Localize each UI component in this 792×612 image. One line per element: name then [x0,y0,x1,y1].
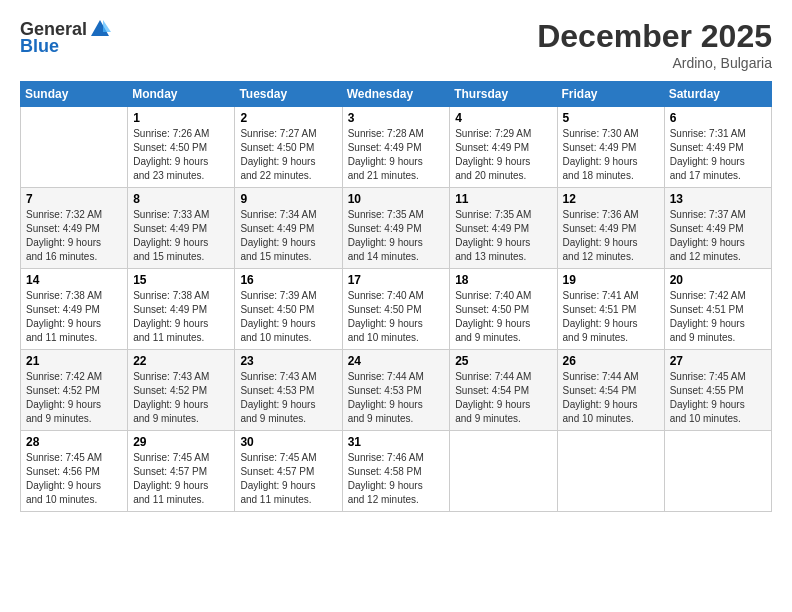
day-number: 10 [348,192,445,206]
day-number: 22 [133,354,229,368]
day-number: 17 [348,273,445,287]
day-info: Sunrise: 7:42 AMSunset: 4:51 PMDaylight:… [670,289,766,345]
calendar-week-row: 28Sunrise: 7:45 AMSunset: 4:56 PMDayligh… [21,431,772,512]
calendar-week-row: 1Sunrise: 7:26 AMSunset: 4:50 PMDaylight… [21,107,772,188]
day-number: 2 [240,111,336,125]
day-number: 4 [455,111,551,125]
calendar-week-row: 14Sunrise: 7:38 AMSunset: 4:49 PMDayligh… [21,269,772,350]
day-info: Sunrise: 7:40 AMSunset: 4:50 PMDaylight:… [455,289,551,345]
day-number: 30 [240,435,336,449]
table-row: 28Sunrise: 7:45 AMSunset: 4:56 PMDayligh… [21,431,128,512]
table-row: 25Sunrise: 7:44 AMSunset: 4:54 PMDayligh… [450,350,557,431]
table-row: 20Sunrise: 7:42 AMSunset: 4:51 PMDayligh… [664,269,771,350]
logo-icon [89,18,111,40]
day-info: Sunrise: 7:36 AMSunset: 4:49 PMDaylight:… [563,208,659,264]
table-row [557,431,664,512]
col-sunday: Sunday [21,82,128,107]
table-row: 24Sunrise: 7:44 AMSunset: 4:53 PMDayligh… [342,350,450,431]
day-info: Sunrise: 7:32 AMSunset: 4:49 PMDaylight:… [26,208,122,264]
table-row: 4Sunrise: 7:29 AMSunset: 4:49 PMDaylight… [450,107,557,188]
col-tuesday: Tuesday [235,82,342,107]
day-number: 26 [563,354,659,368]
day-number: 16 [240,273,336,287]
day-info: Sunrise: 7:45 AMSunset: 4:56 PMDaylight:… [26,451,122,507]
calendar-header-row: Sunday Monday Tuesday Wednesday Thursday… [21,82,772,107]
day-info: Sunrise: 7:44 AMSunset: 4:54 PMDaylight:… [563,370,659,426]
day-info: Sunrise: 7:34 AMSunset: 4:49 PMDaylight:… [240,208,336,264]
day-info: Sunrise: 7:42 AMSunset: 4:52 PMDaylight:… [26,370,122,426]
table-row: 12Sunrise: 7:36 AMSunset: 4:49 PMDayligh… [557,188,664,269]
day-info: Sunrise: 7:30 AMSunset: 4:49 PMDaylight:… [563,127,659,183]
day-info: Sunrise: 7:41 AMSunset: 4:51 PMDaylight:… [563,289,659,345]
table-row: 19Sunrise: 7:41 AMSunset: 4:51 PMDayligh… [557,269,664,350]
day-info: Sunrise: 7:31 AMSunset: 4:49 PMDaylight:… [670,127,766,183]
day-number: 15 [133,273,229,287]
day-info: Sunrise: 7:45 AMSunset: 4:55 PMDaylight:… [670,370,766,426]
day-info: Sunrise: 7:44 AMSunset: 4:53 PMDaylight:… [348,370,445,426]
day-info: Sunrise: 7:33 AMSunset: 4:49 PMDaylight:… [133,208,229,264]
day-info: Sunrise: 7:43 AMSunset: 4:52 PMDaylight:… [133,370,229,426]
day-number: 6 [670,111,766,125]
title-block: December 2025 Ardino, Bulgaria [537,18,772,71]
table-row: 16Sunrise: 7:39 AMSunset: 4:50 PMDayligh… [235,269,342,350]
day-info: Sunrise: 7:35 AMSunset: 4:49 PMDaylight:… [348,208,445,264]
logo-blue-text: Blue [20,36,59,57]
page: General Blue December 2025 Ardino, Bulga… [0,0,792,612]
table-row: 7Sunrise: 7:32 AMSunset: 4:49 PMDaylight… [21,188,128,269]
day-info: Sunrise: 7:45 AMSunset: 4:57 PMDaylight:… [240,451,336,507]
day-info: Sunrise: 7:46 AMSunset: 4:58 PMDaylight:… [348,451,445,507]
day-number: 14 [26,273,122,287]
table-row: 6Sunrise: 7:31 AMSunset: 4:49 PMDaylight… [664,107,771,188]
day-number: 5 [563,111,659,125]
day-info: Sunrise: 7:26 AMSunset: 4:50 PMDaylight:… [133,127,229,183]
table-row: 8Sunrise: 7:33 AMSunset: 4:49 PMDaylight… [128,188,235,269]
day-info: Sunrise: 7:38 AMSunset: 4:49 PMDaylight:… [133,289,229,345]
day-info: Sunrise: 7:43 AMSunset: 4:53 PMDaylight:… [240,370,336,426]
day-info: Sunrise: 7:37 AMSunset: 4:49 PMDaylight:… [670,208,766,264]
col-thursday: Thursday [450,82,557,107]
table-row: 13Sunrise: 7:37 AMSunset: 4:49 PMDayligh… [664,188,771,269]
day-number: 29 [133,435,229,449]
col-monday: Monday [128,82,235,107]
table-row: 1Sunrise: 7:26 AMSunset: 4:50 PMDaylight… [128,107,235,188]
table-row: 17Sunrise: 7:40 AMSunset: 4:50 PMDayligh… [342,269,450,350]
location: Ardino, Bulgaria [537,55,772,71]
day-info: Sunrise: 7:29 AMSunset: 4:49 PMDaylight:… [455,127,551,183]
table-row: 26Sunrise: 7:44 AMSunset: 4:54 PMDayligh… [557,350,664,431]
day-number: 11 [455,192,551,206]
table-row [21,107,128,188]
table-row: 14Sunrise: 7:38 AMSunset: 4:49 PMDayligh… [21,269,128,350]
day-info: Sunrise: 7:38 AMSunset: 4:49 PMDaylight:… [26,289,122,345]
day-number: 12 [563,192,659,206]
day-info: Sunrise: 7:40 AMSunset: 4:50 PMDaylight:… [348,289,445,345]
day-info: Sunrise: 7:28 AMSunset: 4:49 PMDaylight:… [348,127,445,183]
table-row: 9Sunrise: 7:34 AMSunset: 4:49 PMDaylight… [235,188,342,269]
day-number: 1 [133,111,229,125]
table-row: 10Sunrise: 7:35 AMSunset: 4:49 PMDayligh… [342,188,450,269]
day-number: 28 [26,435,122,449]
day-info: Sunrise: 7:35 AMSunset: 4:49 PMDaylight:… [455,208,551,264]
day-number: 9 [240,192,336,206]
table-row: 11Sunrise: 7:35 AMSunset: 4:49 PMDayligh… [450,188,557,269]
day-info: Sunrise: 7:44 AMSunset: 4:54 PMDaylight:… [455,370,551,426]
calendar-table: Sunday Monday Tuesday Wednesday Thursday… [20,81,772,512]
day-number: 3 [348,111,445,125]
table-row [664,431,771,512]
col-saturday: Saturday [664,82,771,107]
day-number: 27 [670,354,766,368]
day-info: Sunrise: 7:27 AMSunset: 4:50 PMDaylight:… [240,127,336,183]
table-row: 30Sunrise: 7:45 AMSunset: 4:57 PMDayligh… [235,431,342,512]
table-row: 15Sunrise: 7:38 AMSunset: 4:49 PMDayligh… [128,269,235,350]
calendar-week-row: 7Sunrise: 7:32 AMSunset: 4:49 PMDaylight… [21,188,772,269]
table-row: 23Sunrise: 7:43 AMSunset: 4:53 PMDayligh… [235,350,342,431]
table-row [450,431,557,512]
col-wednesday: Wednesday [342,82,450,107]
day-number: 23 [240,354,336,368]
day-number: 19 [563,273,659,287]
table-row: 3Sunrise: 7:28 AMSunset: 4:49 PMDaylight… [342,107,450,188]
table-row: 31Sunrise: 7:46 AMSunset: 4:58 PMDayligh… [342,431,450,512]
table-row: 29Sunrise: 7:45 AMSunset: 4:57 PMDayligh… [128,431,235,512]
day-number: 8 [133,192,229,206]
month-title: December 2025 [537,18,772,55]
logo: General Blue [20,18,111,57]
